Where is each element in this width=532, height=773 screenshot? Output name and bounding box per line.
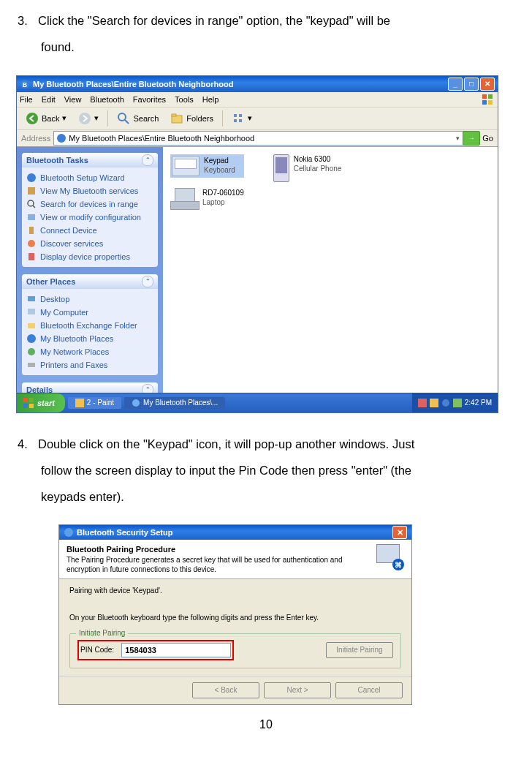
task-setup-wizard[interactable]: Bluetooth Setup Wizard (26, 171, 153, 184)
search-icon (117, 112, 130, 125)
initiate-pairing-button[interactable]: Initiate Pairing (326, 642, 393, 658)
svg-point-8 (118, 113, 126, 121)
svg-point-7 (79, 113, 91, 124)
svg-point-36 (132, 399, 140, 407)
config-icon (26, 212, 37, 222)
step3-line2: found. (38, 34, 517, 60)
place-printers[interactable]: Printers and Faxes (26, 358, 153, 372)
task-connect-device[interactable]: Connect Device (26, 224, 153, 237)
folders-icon (170, 112, 183, 125)
search-button[interactable]: Search (113, 110, 163, 127)
menu-favorites[interactable]: Favorites (133, 95, 166, 104)
device-phone[interactable]: Nokia 6300Cellular Phone (273, 154, 342, 182)
device-keypad[interactable]: KeypadKeyboard (170, 154, 244, 178)
task-search-devices[interactable]: Search for devices in range (26, 197, 153, 211)
step4-line1: Double click on the "Keypad" icon, it wi… (38, 437, 414, 450)
collapse-icon: ⌃ (142, 154, 153, 166)
tray-bluetooth-icon (441, 399, 450, 407)
menu-bluetooth[interactable]: Bluetooth (90, 95, 123, 104)
titlebar: B My Bluetooth Places\Entire Bluetooth N… (17, 76, 498, 92)
svg-point-39 (442, 399, 449, 407)
cancel-button[interactable]: Cancel (335, 682, 403, 698)
back-button[interactable]: Back ▾ (21, 110, 71, 127)
header-text: The Pairing Procedure generates a secret… (66, 555, 366, 574)
taskbar-item-bluetooth[interactable]: My Bluetooth Places\... (124, 397, 225, 409)
printer-icon (26, 360, 37, 370)
connect-icon (26, 225, 37, 235)
pairing-with-text: Pairing with device 'Keypad'. (69, 587, 401, 595)
svg-line-20 (33, 205, 35, 208)
side-panel: Bluetooth Tasks⌃ Bluetooth Setup Wizard … (17, 147, 163, 393)
step4-num: 4. (18, 431, 38, 457)
system-tray[interactable]: 2:42 PM (412, 393, 498, 412)
address-input[interactable]: My Bluetooth Places\Entire Bluetooth Nei… (53, 131, 466, 146)
window-title: My Bluetooth Places\Entire Bluetooth Nei… (33, 80, 233, 88)
details-header[interactable]: Details⌃ (22, 382, 158, 393)
menubar: File Edit View Bluetooth Favorites Tools… (17, 92, 498, 108)
place-network-places[interactable]: My Network Places (26, 345, 153, 358)
svg-rect-25 (28, 296, 35, 301)
start-button[interactable]: start (17, 393, 65, 412)
dialog-header: Bluetooth Pairing Procedure The Pairing … (59, 540, 411, 578)
back-button[interactable]: < Back (192, 682, 259, 698)
svg-rect-27 (28, 323, 35, 328)
device-laptop[interactable]: RD7-060109Laptop (170, 188, 244, 210)
bluetooth-icon (64, 527, 74, 538)
forward-icon (78, 112, 91, 125)
pin-input[interactable]: 1584033 (121, 643, 231, 657)
go-button[interactable]: → (463, 131, 480, 146)
svg-point-29 (28, 348, 35, 355)
taskbar-item-paint[interactable]: 2 - Paint (68, 397, 121, 409)
folder-icon (26, 320, 37, 331)
svg-rect-21 (28, 214, 35, 220)
close-button[interactable]: ✕ (392, 526, 407, 539)
initiate-pairing-fieldset: Initiate Pairing PIN Code: 1584033 Initi… (69, 633, 401, 668)
task-view-services[interactable]: View My Bluetooth services (26, 184, 153, 197)
svg-rect-37 (418, 399, 427, 407)
place-my-computer[interactable]: My Computer (26, 306, 153, 319)
svg-rect-22 (29, 227, 34, 234)
close-button[interactable]: ✕ (480, 78, 495, 91)
other-places-header[interactable]: Other Places⌃ (22, 274, 158, 289)
menu-tools[interactable]: Tools (175, 95, 194, 104)
forward-button[interactable]: ▾ (74, 110, 103, 127)
place-exchange-folder[interactable]: Bluetooth Exchange Folder (26, 319, 153, 332)
place-bluetooth-places[interactable]: My Bluetooth Places (26, 332, 153, 345)
views-button[interactable]: ▾ (227, 110, 256, 127)
task-configuration[interactable]: View or modify configuration (26, 211, 153, 224)
menu-edit[interactable]: Edit (42, 95, 56, 104)
menu-view[interactable]: View (64, 95, 82, 104)
address-label: Address (21, 134, 50, 143)
step4-line2: follow the screen display to input the P… (38, 457, 517, 483)
svg-rect-12 (234, 114, 237, 117)
svg-point-6 (26, 113, 38, 124)
task-device-properties[interactable]: Display device properties (26, 250, 153, 263)
address-dropdown[interactable]: ▾ (456, 135, 460, 142)
task-discover-services[interactable]: Discover services (26, 237, 153, 250)
maximize-button[interactable]: □ (464, 78, 479, 91)
svg-rect-13 (239, 114, 242, 117)
svg-rect-33 (23, 404, 28, 408)
pin-label: PIN Code: (80, 646, 114, 654)
wizard-icon (26, 173, 37, 183)
paint-icon (75, 399, 84, 407)
svg-rect-2 (482, 94, 487, 99)
place-desktop[interactable]: Desktop (26, 293, 153, 306)
next-button[interactable]: Next > (264, 682, 331, 698)
menu-help[interactable]: Help (202, 95, 219, 104)
explorer-window: B My Bluetooth Places\Entire Bluetooth N… (16, 75, 498, 413)
menu-file[interactable]: File (20, 95, 33, 104)
svg-rect-34 (29, 404, 34, 408)
address-bar: Address My Bluetooth Places\Entire Bluet… (17, 130, 498, 147)
instruction-text: On your Bluetooth keyboard type the foll… (69, 614, 401, 622)
svg-point-19 (28, 200, 34, 206)
clock: 2:42 PM (465, 399, 492, 407)
minimize-button[interactable]: _ (448, 78, 463, 91)
svg-point-41 (64, 528, 73, 537)
svg-rect-30 (28, 363, 35, 367)
properties-icon (26, 252, 37, 262)
folders-button[interactable]: Folders (166, 110, 218, 127)
tray-icon (430, 399, 438, 407)
bluetooth-tasks-header[interactable]: Bluetooth Tasks⌃ (22, 153, 158, 167)
svg-rect-38 (430, 399, 438, 407)
